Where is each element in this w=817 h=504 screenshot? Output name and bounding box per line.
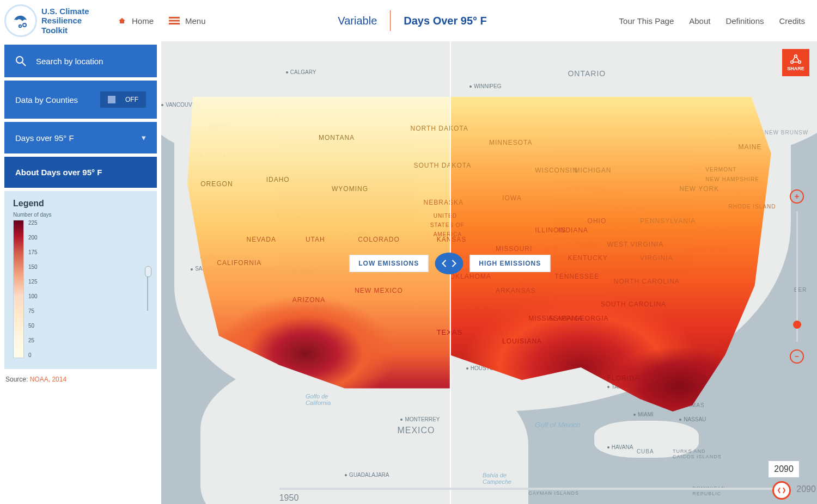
sidebar: Search by location Data by Counties OFF … [0,41,161,42]
about-link[interactable]: About [689,16,710,26]
header-nav: Home Menu [118,16,206,26]
header-right-links: Tour This Page About Definitions Credits [619,16,805,26]
svg-point-1 [19,25,21,27]
variable-label: Variable [338,15,377,27]
menu-link[interactable]: Menu [169,16,206,26]
home-link[interactable]: Home [118,16,154,26]
logo-icon [4,4,37,37]
tour-link[interactable]: Tour This Page [619,16,674,26]
brand[interactable]: U.S. Climate Resilience Toolkit [4,4,102,37]
separator [390,10,391,31]
credits-link[interactable]: Credits [779,16,805,26]
brand-title: U.S. Climate Resilience Toolkit [41,7,89,35]
variable-value: Days Over 95° F [404,15,487,27]
state-labels: MONTANA IDAHO OREGON CALIFORNIA NEVADA U… [161,41,817,42]
svg-point-0 [23,23,26,27]
svg-rect-4 [169,23,180,24]
header: U.S. Climate Resilience Toolkit Home Men… [0,0,817,42]
svg-rect-3 [169,20,180,22]
variable-display: Variable Days Over 95° F [206,10,619,31]
swipe-divider[interactable] [450,41,451,42]
svg-rect-2 [169,17,180,19]
map[interactable]: ONTARIO MEXICO Gulf of Mexico THE BAHAMA… [161,41,817,42]
definitions-link[interactable]: Definitions [725,16,764,26]
menu-icon [169,16,180,25]
home-icon [118,16,126,25]
